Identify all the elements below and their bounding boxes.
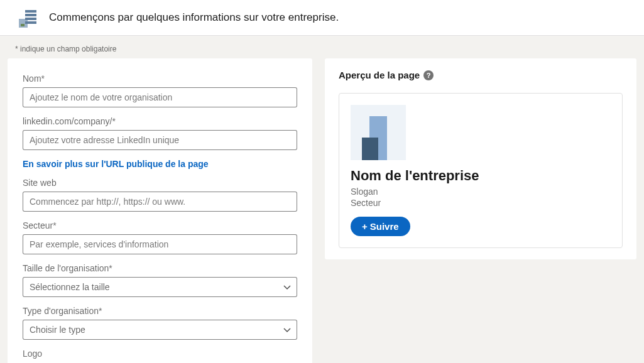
svg-rect-3 (25, 18, 36, 20)
svg-rect-2 (25, 14, 36, 16)
preview-heading: Aperçu de la page (339, 70, 420, 80)
url-label: linkedin.com/company/* (23, 116, 297, 126)
preview-sector: Secteur (351, 198, 611, 208)
org-type-select[interactable]: Choisir le type (23, 320, 297, 340)
preview-panel: Aperçu de la page ? Nom de l'entreprise … (325, 58, 636, 259)
preview-company-name: Nom de l'entreprise (351, 168, 611, 184)
org-type-label: Type d'organisation* (23, 306, 297, 316)
preview-slogan: Slogan (351, 187, 611, 197)
logo-label: Logo (23, 349, 297, 359)
form-panel: Nom* linkedin.com/company/* En savoir pl… (8, 58, 312, 363)
sector-label: Secteur* (23, 220, 297, 230)
svg-rect-4 (25, 21, 36, 24)
size-label: Taille de l'organisation* (23, 263, 297, 273)
help-icon[interactable]: ? (423, 70, 434, 80)
url-input[interactable] (23, 130, 297, 150)
logo-bar-icon (362, 138, 378, 160)
required-fields-note: * indique un champ obligatoire (0, 36, 644, 58)
svg-rect-1 (25, 10, 36, 13)
page-title: Commençons par quelques informations sur… (49, 11, 339, 24)
preview-card: Nom de l'entreprise Slogan Secteur + Sui… (339, 93, 623, 248)
svg-rect-5 (21, 24, 25, 26)
name-input[interactable] (23, 87, 297, 107)
website-input[interactable] (23, 192, 297, 212)
company-page-icon (19, 8, 39, 28)
url-help-link[interactable]: En savoir plus sur l'URL publique de la … (23, 159, 297, 169)
plus-icon: + (362, 221, 368, 232)
sector-input[interactable] (23, 234, 297, 254)
size-select[interactable]: Sélectionnez la taille (23, 277, 297, 297)
follow-button[interactable]: + Suivre (351, 217, 410, 236)
follow-button-label: Suivre (370, 221, 399, 232)
name-label: Nom* (23, 73, 297, 84)
website-label: Site web (23, 178, 297, 188)
preview-logo-placeholder (351, 105, 406, 160)
page-header: Commençons par quelques informations sur… (0, 0, 644, 36)
